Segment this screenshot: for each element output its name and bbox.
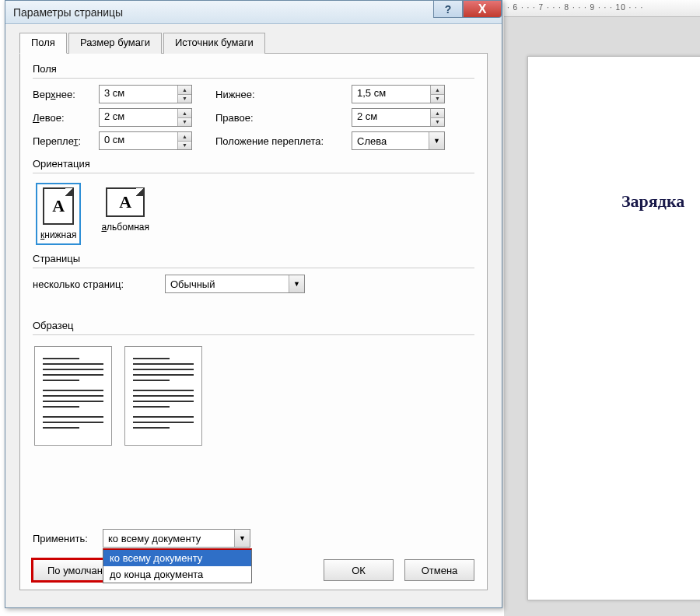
- titlebar[interactable]: Параметры страницы ? X: [5, 1, 502, 24]
- group-pages: Страницы несколько страниц: Обычный ▼: [33, 253, 474, 293]
- combo-gutter-value: Слева: [352, 134, 429, 149]
- spin-top-value: 3 см: [100, 86, 177, 103]
- dialog-title: Параметры страницы: [13, 6, 123, 19]
- label-gutter-position: Положение переплета:: [215, 135, 352, 147]
- spin-left-value: 2 см: [100, 109, 177, 126]
- spin-right[interactable]: 2 см ▲▼: [352, 108, 445, 127]
- chevron-down-icon[interactable]: ▼: [234, 530, 250, 547]
- page-setup-dialog: Параметры страницы ? X Поля Размер бумаг…: [5, 0, 502, 608]
- label-multiple-pages: несколько страниц:: [33, 278, 165, 290]
- label-apply-to: Применить:: [33, 533, 103, 544]
- document-page: Зарядка: [527, 56, 700, 600]
- spin-right-value: 2 см: [352, 109, 430, 126]
- label-gutter: Переплет:: [33, 135, 99, 147]
- combo-apply-dropdown[interactable]: ко всему документу до конца документа: [103, 548, 252, 583]
- combo-apply-value: ко всему документу: [103, 531, 234, 546]
- chevron-down-icon[interactable]: ▼: [289, 275, 304, 292]
- spin-up-icon[interactable]: ▲: [178, 132, 191, 142]
- apply-row: Применить: ко всему документу ▼: [33, 529, 250, 548]
- apply-option-whole-doc[interactable]: ко всему документу: [103, 550, 251, 566]
- tab-panel-margins: Поля Верхнее: 3 см ▲▼ Нижнее: 1,5 см ▲▼: [19, 54, 488, 590]
- spin-top[interactable]: 3 см ▲▼: [99, 85, 192, 103]
- group-orientation-title: Ориентация: [33, 158, 474, 173]
- spin-up-icon[interactable]: ▲: [431, 86, 444, 95]
- tab-paper-size[interactable]: Размер бумаги: [68, 33, 162, 54]
- label-top: Верхнее:: [33, 89, 99, 100]
- spin-bottom[interactable]: 1,5 см ▲▼: [352, 85, 445, 103]
- orientation-portrait[interactable]: A книжная: [36, 183, 81, 245]
- spin-bottom-value: 1,5 см: [352, 86, 430, 103]
- combo-multiple-pages[interactable]: Обычный ▼: [165, 275, 305, 293]
- spin-down-icon[interactable]: ▼: [178, 95, 191, 103]
- orientation-landscape[interactable]: A альбомная: [96, 183, 154, 245]
- portrait-icon: A: [43, 187, 74, 225]
- combo-multi-value: Обычный: [166, 277, 289, 292]
- spin-up-icon[interactable]: ▲: [178, 109, 191, 118]
- help-button[interactable]: ?: [433, 1, 463, 18]
- combo-gutter-position[interactable]: Слева ▼: [352, 131, 445, 150]
- tab-margins[interactable]: Поля: [19, 33, 67, 54]
- apply-option-to-end[interactable]: до конца документа: [103, 566, 251, 583]
- spin-up-icon[interactable]: ▲: [431, 109, 444, 118]
- close-icon: X: [478, 2, 487, 16]
- group-sample-title: Образец: [33, 320, 474, 335]
- group-sample: Образец: [33, 320, 474, 450]
- orientation-landscape-label: альбомная: [101, 222, 149, 233]
- combo-apply-to[interactable]: ко всему документу ▼: [103, 529, 250, 548]
- ok-button[interactable]: ОК: [324, 559, 394, 581]
- spin-gutter[interactable]: 0 см ▲▼: [99, 131, 192, 150]
- tab-paper-source[interactable]: Источник бумаги: [163, 33, 265, 54]
- chevron-down-icon[interactable]: ▼: [429, 132, 444, 149]
- cancel-button[interactable]: Отмена: [404, 559, 474, 581]
- ruler: · 6 · · · 7 · · · 8 · · · 9 · · · 10 · ·…: [504, 0, 700, 17]
- group-orientation: Ориентация A книжная A альбомная: [33, 158, 474, 245]
- label-bottom: Нижнее:: [215, 89, 352, 100]
- spin-up-icon[interactable]: ▲: [178, 86, 191, 95]
- sample-preview-1: [34, 346, 112, 446]
- group-margins: Поля Верхнее: 3 см ▲▼ Нижнее: 1,5 см ▲▼: [33, 63, 474, 150]
- spin-left[interactable]: 2 см ▲▼: [99, 108, 192, 127]
- group-margins-title: Поля: [33, 63, 474, 79]
- tabs: Поля Размер бумаги Источник бумаги: [19, 32, 488, 54]
- sample-preview-2: [124, 346, 202, 446]
- landscape-icon: A: [106, 187, 145, 217]
- orientation-portrait-label: книжная: [40, 229, 76, 240]
- group-pages-title: Страницы: [33, 253, 474, 268]
- document-area: Зарядка: [504, 17, 700, 616]
- label-right: Правое:: [215, 112, 352, 124]
- spin-down-icon[interactable]: ▼: [431, 95, 444, 103]
- spin-down-icon[interactable]: ▼: [178, 118, 191, 127]
- spin-down-icon[interactable]: ▼: [178, 142, 191, 150]
- label-left: Левое:: [33, 112, 99, 124]
- dialog-button-row: По умолчани ОК Отмена: [33, 558, 474, 582]
- close-button[interactable]: X: [463, 1, 502, 18]
- document-heading: Зарядка: [621, 191, 684, 212]
- spin-gutter-value: 0 см: [100, 132, 177, 149]
- spin-down-icon[interactable]: ▼: [431, 118, 444, 127]
